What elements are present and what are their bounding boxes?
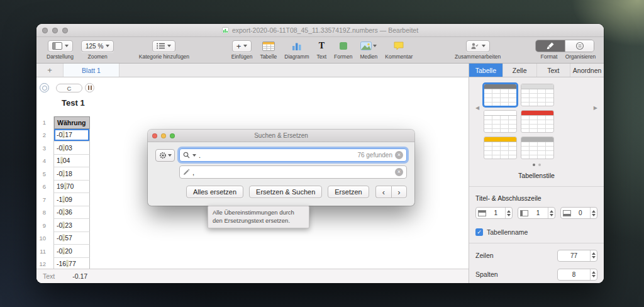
- table-row[interactable]: 41.04: [36, 155, 112, 168]
- clear-replace-icon[interactable]: ×: [395, 168, 403, 176]
- table-handle-icon[interactable]: [40, 83, 49, 92]
- insert-text-button[interactable]: T Text: [317, 40, 327, 60]
- table-cell[interactable]: -0.23: [54, 219, 90, 232]
- styles-prev-icon[interactable]: ◀: [475, 105, 479, 111]
- insert-chart-button[interactable]: Diagramm: [284, 40, 309, 60]
- tab-text[interactable]: Text: [536, 64, 570, 77]
- insert-table-button[interactable]: Tabelle: [260, 40, 277, 60]
- stepper-arrows[interactable]: [590, 250, 597, 261]
- tab-tabelle[interactable]: Tabelle: [469, 64, 502, 77]
- dialog-zoom-button[interactable]: [170, 133, 175, 138]
- table-row[interactable]: 3-0.03: [36, 142, 112, 155]
- search-input[interactable]: . 76 gefunden ×: [179, 148, 407, 162]
- table-row[interactable]: 5-0.18: [36, 167, 112, 181]
- page-dot[interactable]: [538, 164, 541, 166]
- table-cell[interactable]: -0.20: [54, 245, 90, 258]
- shape-icon: [339, 42, 348, 50]
- table-style-thumbnail[interactable]: [484, 137, 517, 159]
- find-replace-dialog[interactable]: Suchen & Ersetzen . 76 gefunden ×: [148, 130, 414, 206]
- insert-button[interactable]: + Einfügen: [231, 40, 253, 60]
- replace-input[interactable]: , ×: [179, 165, 407, 179]
- stepper-arrows[interactable]: [505, 208, 512, 218]
- pause-handle-icon[interactable]: [85, 83, 94, 92]
- view-button[interactable]: Darstellung: [47, 40, 74, 60]
- dialog-minimize-button[interactable]: [161, 133, 166, 138]
- table-cell[interactable]: -0.57: [54, 232, 90, 245]
- table-header-row[interactable]: 1 Währung: [36, 116, 112, 129]
- header-columns-stepper[interactable]: 1: [518, 207, 555, 219]
- table-title[interactable]: Test 1: [62, 98, 85, 108]
- search-match-highlight: .: [62, 221, 65, 229]
- styles-next-icon[interactable]: ▶: [594, 105, 597, 111]
- next-match-button[interactable]: ›: [391, 186, 407, 198]
- table-cell[interactable]: -0.36: [54, 206, 90, 220]
- column-reference-pill[interactable]: C: [56, 84, 82, 92]
- header-footer-steppers: 1 1 0: [475, 207, 597, 219]
- tablename-checkbox[interactable]: ✓: [475, 228, 483, 236]
- table-row[interactable]: 9-0.23: [36, 219, 112, 232]
- table-cell[interactable]: 1.04: [54, 155, 90, 168]
- table-row[interactable]: 7-1.09: [36, 193, 112, 206]
- comment-icon: [394, 42, 404, 50]
- comment-button[interactable]: Kommentar: [385, 40, 413, 60]
- page-dot[interactable]: [533, 164, 535, 166]
- close-button[interactable]: [42, 28, 48, 33]
- clear-search-icon[interactable]: ×: [395, 151, 403, 159]
- replace-and-find-button[interactable]: Ersetzen & Suchen: [249, 186, 322, 198]
- search-options-button[interactable]: [155, 149, 175, 162]
- add-category-button[interactable]: Kategorie hinzufügen: [139, 40, 189, 60]
- row-number: 6: [36, 181, 54, 194]
- tab-anordnen[interactable]: Anordnen: [570, 64, 604, 77]
- table-row[interactable]: 2-0.17: [36, 129, 112, 142]
- view-icon: [52, 42, 62, 50]
- replace-button[interactable]: Ersetzen: [328, 186, 369, 198]
- table-cell[interactable]: -0.18: [54, 167, 90, 181]
- table-row[interactable]: 10-0.57: [36, 232, 112, 245]
- media-icon: [360, 42, 372, 50]
- row-number: 3: [36, 142, 54, 155]
- sheet-tab-blatt1[interactable]: Blatt 1: [63, 64, 119, 77]
- insert-shape-button[interactable]: Formen: [334, 40, 352, 60]
- previous-match-button[interactable]: ‹: [375, 186, 391, 198]
- table-cell[interactable]: 19.70: [54, 181, 90, 194]
- table-cell[interactable]: -1.09: [54, 193, 90, 206]
- search-menu-chevron-icon[interactable]: [192, 154, 196, 157]
- format-panel-button[interactable]: [536, 40, 565, 52]
- table-style-thumbnail[interactable]: [521, 84, 554, 106]
- column-header-cell[interactable]: Währung: [54, 116, 90, 129]
- table-row[interactable]: 619.70: [36, 181, 112, 194]
- organize-panel-button[interactable]: [565, 40, 594, 52]
- table-style-thumbnail[interactable]: [484, 84, 517, 106]
- table-style-thumbnail[interactable]: [521, 137, 554, 159]
- table-row[interactable]: 8-0.36: [36, 206, 112, 220]
- table-cell[interactable]: -0.03: [54, 142, 90, 155]
- table-style-thumbnail[interactable]: [484, 110, 517, 133]
- header-row-icon: [478, 210, 486, 216]
- zoom-button[interactable]: [62, 28, 68, 33]
- table-row[interactable]: 11-0.20: [36, 245, 112, 258]
- dialog-close-button[interactable]: [152, 133, 157, 138]
- selected-table-cell[interactable]: -0.17: [54, 129, 90, 142]
- stepper-arrows[interactable]: [548, 208, 555, 218]
- divider: [469, 186, 604, 187]
- insert-media-button[interactable]: Medien: [360, 40, 377, 60]
- stepper-arrows[interactable]: [590, 269, 597, 280]
- columns-count-stepper[interactable]: 8: [557, 269, 597, 281]
- stepper-arrows[interactable]: [590, 208, 597, 218]
- table-style-thumbnail[interactable]: [521, 110, 554, 133]
- replace-all-button[interactable]: Alles ersetzen: [186, 186, 243, 198]
- footer-rows-stepper[interactable]: 0: [560, 207, 597, 219]
- header-rows-stepper[interactable]: 1: [475, 207, 513, 219]
- zoom-button-toolbar[interactable]: 125 % Zoomen: [81, 40, 114, 60]
- pencil-icon: [183, 169, 190, 176]
- titlebar[interactable]: export-2020-06-11T08_45_11.3357419Z.numb…: [36, 24, 604, 37]
- minimize-button[interactable]: [52, 28, 58, 33]
- tab-zelle[interactable]: Zelle: [502, 64, 536, 77]
- collaborate-button[interactable]: Zusammenarbeiten: [455, 40, 501, 60]
- table-style-pager: ◀ ▶: [475, 84, 597, 159]
- dialog-titlebar[interactable]: Suchen & Ersetzen: [148, 130, 414, 142]
- rows-count-stepper[interactable]: 77: [557, 250, 597, 262]
- add-sheet-button[interactable]: +: [36, 64, 63, 77]
- row-number: 7: [36, 193, 54, 206]
- footer-row-icon: [563, 210, 571, 216]
